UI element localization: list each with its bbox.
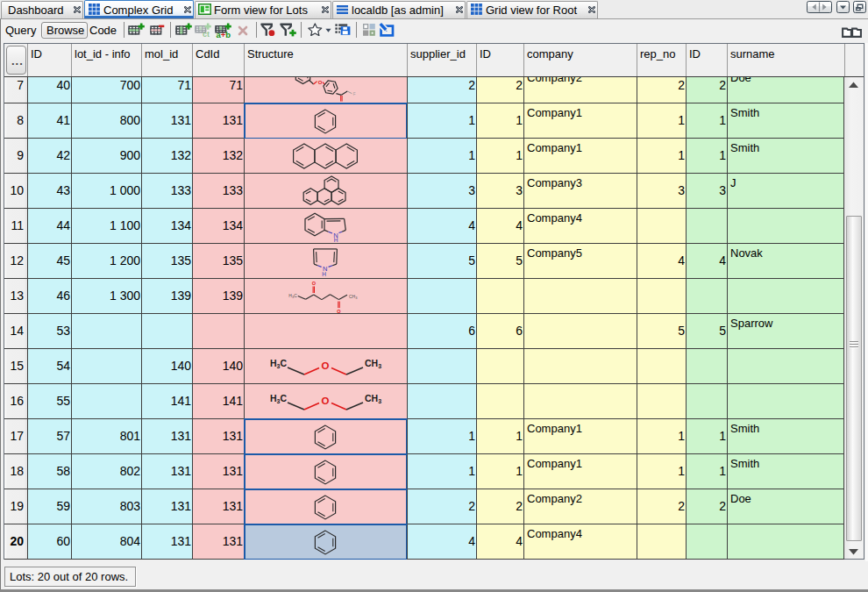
svg-text:O: O (318, 80, 323, 85)
svg-text:H3C: H3C (270, 358, 288, 370)
svg-text:H3C: H3C (288, 293, 297, 299)
svg-text:F: F (353, 92, 356, 96)
svg-text:O: O (312, 281, 317, 286)
svg-text:O: O (322, 396, 330, 406)
svg-text:CH3: CH3 (349, 294, 358, 300)
svg-text:CH3: CH3 (365, 393, 381, 405)
svg-text:CH3: CH3 (365, 358, 381, 370)
svg-text:H3C: H3C (270, 393, 288, 405)
svg-text:H: H (322, 271, 326, 277)
svg-text:H: H (334, 237, 338, 243)
svg-text:O: O (322, 360, 330, 371)
